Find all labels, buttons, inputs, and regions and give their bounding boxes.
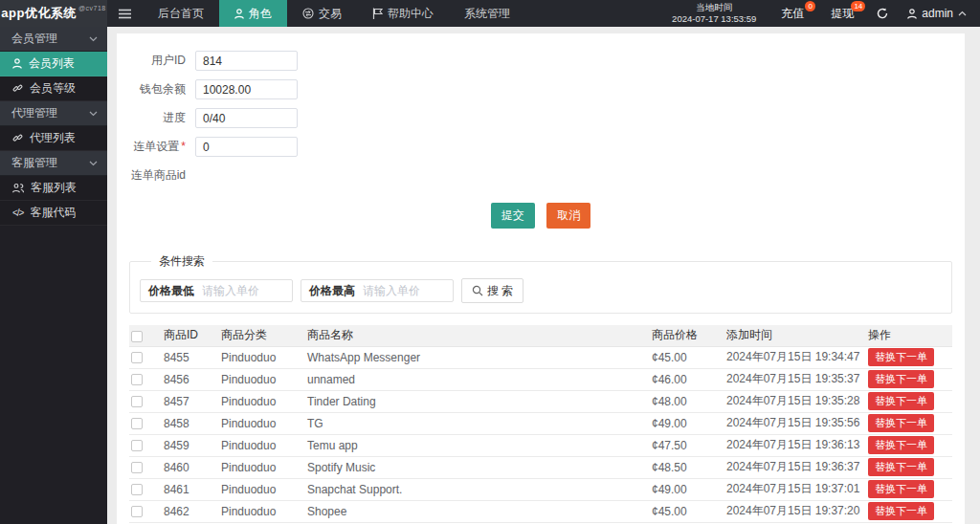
cell-product-name: Tinder Dating — [305, 390, 650, 412]
replace-next-order-button[interactable]: 替换下一单 — [868, 370, 934, 388]
field-label: 连单商品id — [117, 167, 195, 184]
cell-product-name: Snapchat Support. — [305, 478, 650, 500]
sidebar-group-member-management[interactable]: 会员管理 — [0, 27, 107, 52]
cell-category: Pinduoduo — [219, 478, 305, 500]
search-button[interactable]: 搜 索 — [461, 278, 523, 303]
link-icon — [12, 83, 23, 94]
sidebar-item-agent-list[interactable]: 代理列表 — [0, 126, 107, 151]
cell-product-name: Temu app — [305, 434, 650, 456]
nav-tab-dashboard[interactable]: 后台首页 — [143, 0, 219, 27]
table-row: 8461 Pinduoduo Snapchat Support. ¢49.00 … — [129, 478, 952, 500]
row-checkbox[interactable] — [131, 396, 143, 407]
sidebar-item-service-code[interactable]: </> 客服代码 — [0, 201, 107, 226]
table-row: 8460 Pinduoduo Spotify Music ¢48.50 2024… — [129, 456, 952, 478]
field-label: 连单设置* — [117, 139, 195, 155]
field-label: 钱包余额 — [117, 81, 195, 98]
cell-product-name: WhatsApp Messenger — [305, 346, 650, 368]
replace-next-order-button[interactable]: 替换下一单 — [868, 414, 934, 432]
replace-next-order-button[interactable]: 替换下一单 — [868, 436, 934, 454]
table-row: 8455 Pinduoduo WhatsApp Messenger ¢45.00… — [129, 346, 952, 368]
sidebar-group-agent-management[interactable]: 代理管理 — [0, 101, 107, 126]
recharge-label: 充值 — [781, 6, 804, 22]
cancel-button[interactable]: 取消 — [546, 203, 590, 229]
sidebar-item-service-list[interactable]: 客服列表 — [0, 176, 107, 201]
sidebar-item-member-list[interactable]: 会员列表 — [0, 52, 107, 76]
cell-product-name: unnamed — [305, 368, 650, 390]
nav-tab-trade[interactable]: 交易 — [287, 0, 357, 27]
row-checkbox[interactable] — [131, 462, 143, 473]
withdraw-badge: 14 — [851, 1, 865, 11]
form-row-chain-product-id: 连单商品id — [117, 165, 965, 186]
row-checkbox[interactable] — [131, 506, 143, 517]
sidebar-item-label: 会员等级 — [30, 80, 76, 97]
replace-next-order-button[interactable]: 替换下一单 — [868, 348, 934, 366]
nav-tab-help-center[interactable]: 帮助中心 — [357, 0, 449, 27]
select-all-checkbox[interactable] — [131, 331, 143, 342]
search-legend: 条件搜索 — [151, 253, 212, 270]
nav-tab-label: 后台首页 — [158, 6, 204, 22]
app-logo-text: app优化系统 — [1, 5, 77, 22]
cell-product-name: Shopee — [305, 500, 650, 522]
topbar-right-cluster: 当地时间 2024-07-17 13:53:59 充值 0 提现 14 admi… — [660, 0, 980, 27]
refresh-icon — [877, 8, 888, 19]
chain-order-setting-input[interactable] — [195, 137, 298, 157]
form-row-user-id: 用户ID — [117, 51, 965, 71]
goods-table: 商品ID 商品分类 商品名称 商品价格 添加时间 操作 8455 Pinduod… — [129, 325, 952, 524]
cell-product-id: 8462 — [162, 500, 219, 522]
user-name: admin — [922, 7, 953, 20]
cell-product-id: 8461 — [162, 478, 219, 500]
user-menu[interactable]: admin — [898, 0, 980, 27]
wallet-balance-input[interactable] — [195, 79, 298, 99]
trade-icon — [302, 8, 314, 19]
cell-category: Pinduoduo — [219, 500, 305, 522]
cell-price: ¢46.00 — [650, 368, 724, 390]
form-row-progress: 进度 — [117, 108, 965, 128]
replace-next-order-button[interactable]: 替换下一单 — [868, 480, 934, 498]
cell-price: ¢49.00 — [650, 412, 724, 434]
withdraw-button[interactable]: 提现 14 — [817, 0, 867, 27]
cell-price: ¢48.00 — [650, 390, 724, 412]
nav-tab-system[interactable]: 系统管理 — [449, 0, 525, 27]
cell-price: ¢48.50 — [650, 456, 724, 478]
user-id-input[interactable] — [195, 51, 298, 71]
refresh-button[interactable] — [867, 0, 898, 27]
hamburger-icon — [119, 9, 131, 19]
search-fieldset: 条件搜索 价格最低 价格最高 搜 索 — [129, 253, 952, 314]
recharge-button[interactable]: 充值 0 — [768, 0, 817, 27]
row-checkbox[interactable] — [131, 374, 143, 385]
replace-next-order-button[interactable]: 替换下一单 — [868, 392, 934, 410]
row-checkbox[interactable] — [131, 418, 143, 429]
field-label: 进度 — [117, 110, 195, 126]
price-min-input[interactable] — [202, 284, 284, 297]
row-checkbox[interactable] — [131, 352, 143, 363]
nav-tab-label: 交易 — [319, 6, 342, 22]
local-time-value: 2024-07-17 13:53:59 — [672, 13, 756, 25]
nav-tab-roles[interactable]: 角色 — [219, 0, 287, 27]
link-icon — [12, 133, 23, 143]
replace-next-order-button[interactable]: 替换下一单 — [868, 458, 934, 476]
sidebar-group-label: 会员管理 — [11, 31, 57, 47]
cell-product-id: 8460 — [162, 456, 219, 478]
cell-category: Pinduoduo — [219, 412, 305, 434]
sidebar-item-label: 代理列表 — [30, 130, 76, 146]
cell-added-time: 2024年07月15日 19:34:47 — [724, 346, 866, 368]
local-time: 当地时间 2024-07-17 13:53:59 — [660, 0, 768, 27]
cell-category: Pinduoduo — [219, 368, 305, 390]
cell-product-id: 8456 — [162, 368, 219, 390]
code-icon: </> — [12, 207, 23, 218]
replace-next-order-button[interactable]: 替换下一单 — [868, 502, 934, 520]
row-checkbox[interactable] — [131, 440, 143, 451]
cell-product-name: Spotify Music — [305, 456, 650, 478]
sidebar-group-service-management[interactable]: 客服管理 — [0, 151, 107, 176]
sidebar-item-member-level[interactable]: 会员等级 — [0, 76, 107, 101]
nav-tab-label: 帮助中心 — [388, 6, 434, 22]
submit-button[interactable]: 提交 — [491, 203, 535, 229]
cell-category: Pinduoduo — [219, 434, 305, 456]
price-max-input[interactable] — [363, 284, 445, 297]
collapse-menu-button[interactable] — [107, 0, 143, 27]
col-header-actions: 操作 — [866, 325, 952, 346]
col-header-added-time: 添加时间 — [724, 325, 866, 346]
cell-category: Pinduoduo — [219, 456, 305, 478]
progress-input[interactable] — [195, 108, 298, 128]
row-checkbox[interactable] — [131, 484, 143, 495]
